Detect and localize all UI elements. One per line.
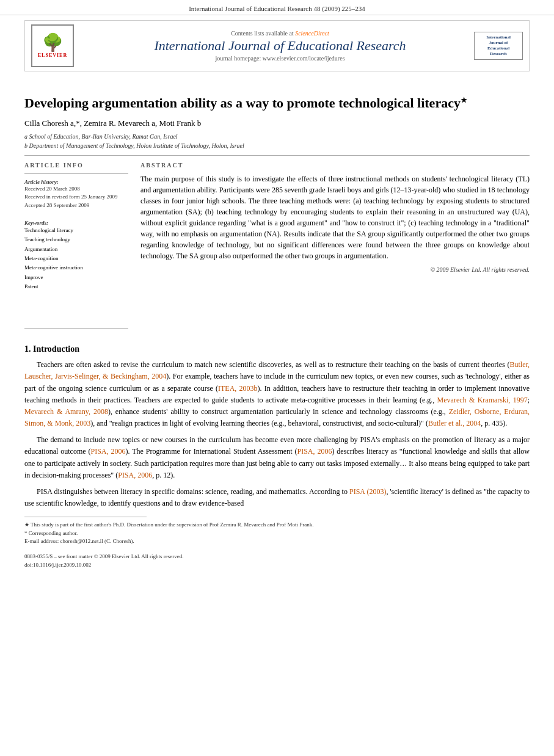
elsevier-logo-area: 🌳 ELSEVIER: [31, 24, 86, 67]
abstract-text: The main purpose of this study is to inv…: [140, 173, 530, 261]
keyword-5: Meta-cognitive instruction: [24, 263, 128, 272]
keyword-7: Patent: [24, 282, 128, 291]
elsevier-tree-icon: 🌳: [42, 34, 64, 51]
introduction-heading: 1. Introduction: [24, 344, 530, 354]
keyword-1: Technological literacy: [24, 226, 128, 235]
title-text: Developing argumentation ability as a wa…: [24, 95, 461, 111]
abstract-body: The main purpose of this study is to inv…: [140, 175, 530, 260]
article-info-heading: ARTICLE INFO: [24, 162, 128, 169]
copyright-notice: © 2009 Elsevier Ltd. All rights reserved…: [140, 266, 530, 273]
elsevier-label: ELSEVIER: [38, 53, 67, 58]
keywords-list: Technological literacy Teaching technolo…: [24, 226, 128, 291]
ref-pisa-2003[interactable]: PISA (2003): [349, 487, 386, 496]
abstract-panel: ABSTRACT The main purpose of this study …: [140, 162, 530, 334]
journal-title: International Journal of Educational Res…: [86, 38, 474, 54]
footnote-star: ★ This study is part of the first author…: [24, 521, 530, 529]
mini-journal-logo: InternationalJournal ofEducationalResear…: [474, 32, 523, 60]
journal-header: International Journal of Educational Res…: [0, 0, 554, 15]
issn-text: 0883-0355/$ – see front matter © 2009 El…: [24, 552, 530, 561]
keyword-2: Teaching technology: [24, 235, 128, 244]
authors: Cilla Choresh a,*, Zemira R. Mevarech a,…: [24, 118, 530, 128]
journal-banner: 🌳 ELSEVIER Contents lists available at S…: [24, 20, 530, 71]
ref-itea-2003b[interactable]: ITEA, 2003b: [218, 384, 258, 393]
ref-pisa-2006b[interactable]: PISA, 2006: [297, 447, 332, 456]
keyword-6: Improve: [24, 273, 128, 282]
journal-ref: International Journal of Educational Res…: [189, 5, 365, 12]
divider-1: [24, 155, 530, 156]
journal-homepage: journal homepage: www.elsevier.com/locat…: [86, 55, 474, 62]
footnote-corresponding: * Corresponding author.: [24, 529, 530, 538]
mini-journal-title: InternationalJournal ofEducationalResear…: [477, 35, 520, 57]
received-date: Received 20 March 2008: [24, 185, 128, 194]
sciencedirect-link[interactable]: ScienceDirect: [295, 30, 329, 37]
ref-mevarech-1997[interactable]: Mevarech & Kramarski, 1997: [437, 396, 528, 404]
text-teachers: teachers: [214, 372, 238, 380]
footnote-divider: [24, 517, 147, 517]
keyword-4: Meta-cognition: [24, 254, 128, 263]
intro-para-3: PISA distinguishes between literacy in s…: [24, 486, 530, 509]
divider-info-bottom: [24, 328, 128, 329]
text-the: the: [421, 435, 431, 444]
ref-mevarech-2008[interactable]: Mevarech & Amrany, 2008: [24, 407, 108, 416]
affiliation-a: a School of Education, Bar-Ilan Universi…: [24, 132, 530, 141]
revised-date: Received in revised form 25 January 2009: [24, 193, 128, 202]
elsevier-box: 🌳 ELSEVIER: [31, 24, 74, 67]
affiliation-b: b Department of Management of Technology…: [24, 141, 530, 150]
keyword-3: Argumentation: [24, 245, 128, 254]
abstract-heading: ABSTRACT: [140, 162, 530, 169]
affiliations: a School of Education, Bar-Ilan Universi…: [24, 132, 530, 150]
ref-butler-2004b[interactable]: Butler et al., 2004: [428, 419, 481, 427]
contents-available: Contents lists available at ScienceDirec…: [86, 30, 474, 37]
ref-butler-2004[interactable]: Butler, Lauscher, Jarvis-Selinger, & Bec…: [24, 360, 530, 380]
text-the-programme: The Programme: [132, 447, 180, 456]
keywords-label: Keywords:: [24, 220, 128, 226]
footnote-email: E-mail address: choresh@012.net.il (C. C…: [24, 537, 530, 546]
ref-pisa-2006c[interactable]: PISA, 2006: [118, 471, 152, 479]
article-info-panel: ARTICLE INFO Article history: Received 2…: [24, 162, 128, 334]
ref-pisa-2006a[interactable]: PISA, 2006: [91, 447, 126, 456]
divider-info: [24, 173, 128, 174]
intro-para-1: Teachers are often asked to revise the c…: [24, 359, 530, 429]
history-label: Article history:: [24, 179, 128, 185]
intro-para-2: The demand to include new topics or new …: [24, 434, 530, 481]
title-star: ★: [461, 96, 467, 104]
content-area: Developing argumentation ability as a wa…: [0, 76, 554, 576]
bottom-info: 0883-0355/$ – see front matter © 2009 El…: [24, 552, 530, 570]
article-info-abstract-row: ARTICLE INFO Article history: Received 2…: [24, 162, 530, 334]
mini-journal-box: InternationalJournal ofEducationalResear…: [474, 32, 523, 60]
doi-text: doi:10.1016/j.ijer.2009.10.002: [24, 561, 530, 569]
accepted-date: Accepted 28 September 2009: [24, 202, 128, 210]
article-title: Developing argumentation ability as a wa…: [24, 95, 530, 112]
authors-text: Cilla Choresh a,*, Zemira R. Mevarech a,…: [24, 118, 201, 128]
contents-text: Contents lists available at: [231, 30, 293, 37]
banner-center: Contents lists available at ScienceDirec…: [86, 30, 474, 62]
